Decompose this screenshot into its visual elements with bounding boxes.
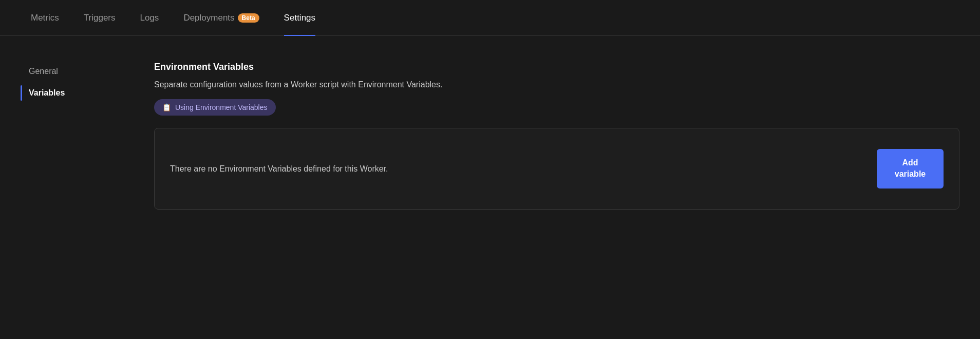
sidebar-item-general[interactable]: General xyxy=(21,62,134,81)
section-title: Environment Variables xyxy=(154,62,959,72)
empty-state-text: There are no Environment Variables defin… xyxy=(170,162,388,176)
doc-link[interactable]: 📋 Using Environment Variables xyxy=(154,99,276,116)
tab-deployments[interactable]: Deployments Beta xyxy=(173,0,269,36)
sidebar: General Variables xyxy=(21,56,134,210)
top-navigation: Metrics Triggers Logs Deployments Beta S… xyxy=(0,0,980,36)
empty-state-box: There are no Environment Variables defin… xyxy=(154,128,959,210)
main-content: Environment Variables Separate configura… xyxy=(154,56,959,210)
tab-settings[interactable]: Settings xyxy=(274,0,326,36)
content-area: General Variables Environment Variables … xyxy=(0,36,980,230)
beta-badge: Beta xyxy=(238,13,259,23)
tab-metrics[interactable]: Metrics xyxy=(21,0,69,36)
section-description: Separate configuration values from a Wor… xyxy=(154,79,959,91)
add-variable-button[interactable]: Addvariable xyxy=(877,149,944,189)
tab-logs[interactable]: Logs xyxy=(130,0,169,36)
doc-link-label: Using Environment Variables xyxy=(175,103,268,111)
tab-deployments-label: Deployments xyxy=(183,13,234,23)
tab-triggers[interactable]: Triggers xyxy=(73,0,126,36)
sidebar-item-variables[interactable]: Variables xyxy=(21,83,134,103)
doc-icon: 📋 xyxy=(162,103,171,111)
